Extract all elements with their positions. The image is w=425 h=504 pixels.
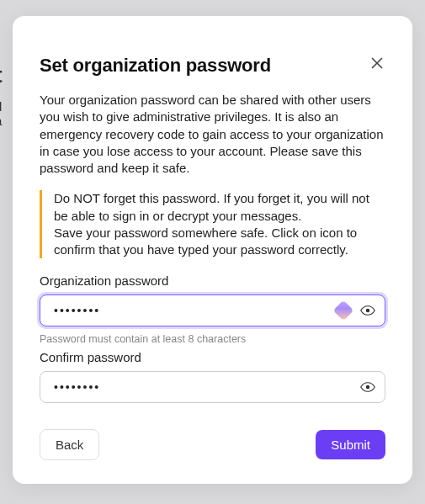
confirm-password-field-group: Confirm password: [40, 350, 385, 403]
input-icons: [335, 302, 375, 319]
confirm-password-input[interactable]: [40, 371, 385, 403]
back-button[interactable]: Back: [40, 429, 99, 460]
callout-line: Save your password somewhere safe. Click…: [54, 225, 385, 259]
input-icons: [360, 379, 375, 395]
toggle-visibility-button[interactable]: [360, 303, 375, 318]
callout-line: Do NOT forget this password. If you forg…: [54, 190, 385, 225]
svg-point-3: [366, 385, 370, 390]
backdrop-fragment: d a: [0, 99, 2, 128]
backdrop-fragment: t: [0, 62, 3, 88]
modal-footer: Back Submit: [40, 429, 385, 460]
toggle-visibility-button[interactable]: [360, 379, 375, 395]
confirm-password-label: Confirm password: [40, 350, 385, 364]
modal-header: Set organization password: [40, 55, 385, 77]
org-password-field-group: Organization password Password must cont…: [40, 273, 385, 350]
password-manager-icon[interactable]: [333, 300, 354, 321]
close-icon: [370, 56, 384, 70]
set-password-modal: Set organization password Your organizat…: [13, 16, 412, 484]
close-button[interactable]: [369, 55, 385, 72]
eye-icon: [360, 303, 375, 318]
submit-button[interactable]: Submit: [316, 430, 385, 459]
input-wrapper: [40, 371, 385, 403]
input-wrapper: [40, 294, 385, 326]
warning-callout: Do NOT forget this password. If you forg…: [40, 190, 385, 258]
org-password-label: Organization password: [40, 273, 385, 288]
modal-description: Your organization password can be shared…: [40, 92, 385, 177]
svg-point-2: [366, 309, 370, 313]
eye-icon: [360, 379, 375, 395]
password-hint: Password must contain at least 8 charact…: [40, 333, 385, 345]
modal-title: Set organization password: [40, 55, 271, 77]
